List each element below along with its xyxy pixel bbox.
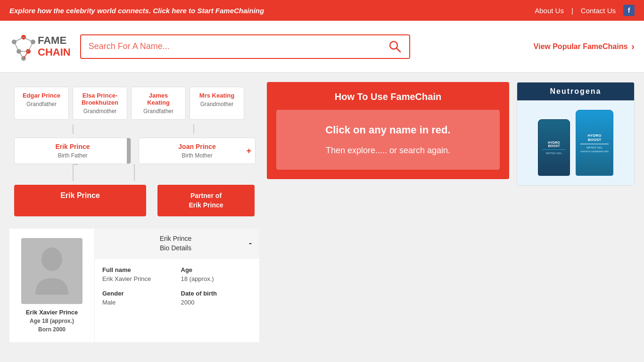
grandparents-row: Edgar Prince Grandfather Elsa Prince-Bro…: [14, 87, 255, 120]
view-popular-button[interactable]: View Popular FameChains ›: [534, 41, 635, 52]
search-input[interactable]: [81, 36, 381, 57]
banner-text: Explore how the celebrity world connects…: [9, 7, 264, 15]
gender-value: Male: [102, 299, 173, 306]
grandparent-name-elsa[interactable]: Elsa Prince-Broekhuizen: [80, 92, 120, 106]
how-to-instruction1: Click on any name in red.: [286, 124, 490, 136]
grandparent-role-elsa: Grandmother: [80, 108, 120, 115]
main-content: Edgar Prince Grandfather Elsa Prince-Bro…: [0, 73, 644, 352]
gp-connectors: [14, 124, 255, 134]
subject-row: Erik Prince Partner of Erik Prince: [14, 185, 255, 216]
full-name-label: Full name: [102, 266, 173, 273]
bio-header-subtitle: Bio Details: [102, 244, 249, 253]
dob-field: Date of birth 2000: [181, 290, 252, 306]
how-to-box: How To Use FameChain Click on any name i…: [267, 82, 509, 179]
subject-name: Erik Prince: [60, 191, 100, 199]
full-name-field: Full name Erik Xavier Prince: [102, 266, 173, 282]
left-gp-connector: [14, 124, 131, 134]
how-to-title: How To Use FameChain: [276, 91, 500, 102]
add-parent-button[interactable]: +: [246, 146, 251, 156]
age-value: 18 (approx.): [42, 318, 74, 324]
bottle-2-body: HYDRO BOOST WATER GEL normal to combinat…: [576, 110, 613, 176]
top-banner: Explore how the celebrity world connects…: [0, 0, 644, 21]
grandparent-name-james[interactable]: James Keating: [138, 92, 179, 106]
bio-section: Erik Xavier Prince Age 18 (approx.) Born…: [9, 229, 259, 342]
grandparent-role-edgar: Grandfather: [21, 101, 62, 107]
banner-nav: About Us | Contact Us f: [535, 5, 635, 16]
parent-name-erik[interactable]: Erik Prince: [21, 143, 124, 150]
born-value: 2000: [53, 326, 66, 333]
born-label: Born: [38, 326, 51, 333]
ad-bottle-1: HYDRO BOOST WATER GEL: [538, 119, 570, 176]
bio-photo: Erik Xavier Prince Age 18 (approx.) Born…: [9, 229, 94, 342]
bio-header: Erik Prince Bio Details -: [95, 229, 259, 259]
svg-point-15: [41, 247, 62, 271]
age-label: Age: [30, 318, 41, 324]
right-panel: Neutrogena HYDRO BOOST WATER GEL: [517, 82, 635, 342]
logo-chain: CHAIN: [38, 47, 71, 58]
svg-line-14: [396, 48, 400, 52]
age-field-label: Age: [181, 266, 252, 273]
parent-card-joan: Joan Prince Birth Mother +: [139, 138, 256, 164]
ad-brand-name: Neutrogena: [550, 87, 602, 95]
family-tree: Edgar Prince Grandfather Elsa Prince-Bro…: [9, 82, 259, 221]
bio-collapse-button[interactable]: -: [249, 239, 252, 248]
bottle-1-body: HYDRO BOOST WATER GEL: [538, 119, 570, 176]
parent-card-divider: [127, 138, 131, 164]
grandparent-card-edgar: Edgar Prince Grandfather: [14, 87, 69, 120]
search-button[interactable]: [381, 35, 409, 58]
bottle-1-label: HYDRO BOOST WATER GEL: [542, 141, 566, 155]
banner-cta[interactable]: Click here to Start FameChaining: [153, 7, 264, 15]
nav-separator: |: [571, 7, 573, 15]
right-gp-connector: [135, 124, 252, 134]
svg-line-7: [24, 37, 33, 42]
ad-bottle-2: HYDRO BOOST WATER GEL normal to combinat…: [576, 110, 613, 176]
logo-text: FAME CHAIN: [38, 35, 71, 58]
header: FAME CHAIN View Popular FameChains ›: [0, 21, 644, 73]
avatar-silhouette: [28, 243, 75, 299]
parent-subject-connector: [14, 164, 255, 181]
partner-card[interactable]: Partner of Erik Prince: [157, 185, 255, 216]
parent-role-erik: Birth Father: [21, 152, 124, 159]
about-us-link[interactable]: About Us: [535, 7, 564, 15]
contact-us-link[interactable]: Contact Us: [581, 7, 616, 15]
bottle-2-label: HYDRO BOOST WATER GEL normal to combinat…: [580, 133, 609, 153]
grandparent-card-james: James Keating Grandfather: [131, 87, 186, 120]
full-name-value: Erik Xavier Prince: [102, 275, 173, 282]
svg-line-11: [24, 51, 28, 58]
how-to-content: Click on any name in red. Then explore..…: [276, 110, 500, 170]
bio-person-age: Age 18 (approx.): [30, 318, 74, 324]
age-field-value: 18 (approx.): [181, 275, 252, 282]
grandparent-name-edgar[interactable]: Edgar Prince: [21, 92, 62, 99]
parent-name-joan[interactable]: Joan Prince: [146, 143, 248, 150]
partner-label: Partner of: [167, 191, 245, 201]
gender-label: Gender: [102, 290, 173, 297]
spacer: [150, 185, 154, 216]
parents-row: Erik Prince Birth Father Joan Prince Bir…: [14, 138, 255, 164]
bio-person-name: Erik Xavier Prince: [26, 309, 78, 316]
logo-fame: FAME: [38, 35, 71, 46]
logo: FAME CHAIN: [9, 33, 71, 61]
grandparent-card-mrs: Mrs Keating Grandmother: [190, 87, 244, 120]
chevron-right-icon: ›: [631, 41, 635, 52]
bio-person-born: Born 2000: [38, 326, 66, 333]
svg-line-9: [28, 42, 33, 51]
partner-name: Erik Prince: [167, 201, 245, 210]
facebook-icon[interactable]: f: [623, 5, 635, 16]
svg-line-10: [19, 51, 24, 58]
bio-header-title: Erik Prince Bio Details: [102, 234, 249, 253]
view-popular-label: View Popular FameChains: [534, 42, 628, 51]
search-icon: [388, 40, 402, 53]
bio-details: Erik Prince Bio Details - Full name Erik…: [94, 229, 259, 342]
left-panel: Edgar Prince Grandfather Elsa Prince-Bro…: [9, 82, 259, 342]
age-field: Age 18 (approx.): [181, 266, 252, 282]
grandparent-name-mrs[interactable]: Mrs Keating: [197, 92, 237, 99]
grandparent-card-elsa: Elsa Prince-Broekhuizen Grandmother: [73, 87, 127, 120]
ad-container: Neutrogena HYDRO BOOST WATER GEL: [517, 82, 635, 186]
dob-value: 2000: [181, 299, 252, 306]
bio-header-name: Erik Prince: [102, 234, 249, 244]
ad-brand-header: Neutrogena: [517, 82, 634, 100]
parent-card-erik: Erik Prince Birth Father: [14, 138, 131, 164]
how-to-instruction2: Then explore..... or search again.: [286, 146, 490, 156]
subject-card[interactable]: Erik Prince: [14, 185, 146, 216]
grandparent-role-mrs: Grandmother: [197, 101, 237, 107]
